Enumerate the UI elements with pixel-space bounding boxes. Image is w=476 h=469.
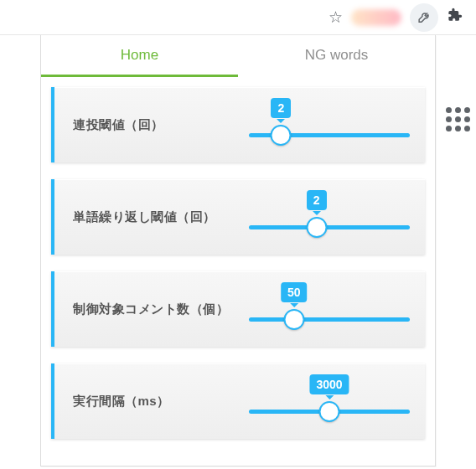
slider[interactable]: 50 bbox=[249, 284, 410, 334]
slider-track bbox=[249, 225, 410, 229]
slider[interactable]: 2 bbox=[249, 192, 410, 242]
star-icon[interactable]: ☆ bbox=[329, 8, 343, 27]
slider-thumb[interactable] bbox=[283, 309, 304, 330]
setting-label: 連投閾値（回） bbox=[73, 117, 249, 133]
puzzle-icon bbox=[447, 8, 463, 23]
profile-chip[interactable] bbox=[351, 9, 401, 26]
tab-bar: Home NG words bbox=[41, 35, 435, 77]
wrench-icon bbox=[417, 10, 432, 24]
setting-panel: 制御対象コメント数（個）50 bbox=[51, 271, 425, 347]
slider[interactable]: 3000 bbox=[249, 376, 410, 426]
slider-track bbox=[249, 317, 410, 322]
slider-thumb[interactable] bbox=[306, 217, 327, 238]
setting-panel: 連投閾値（回）2 bbox=[51, 87, 425, 162]
setting-label: 実行間隔（ms） bbox=[73, 394, 249, 410]
extension-button[interactable] bbox=[410, 3, 438, 32]
slider[interactable]: 2 bbox=[249, 100, 410, 150]
setting-label: 制御対象コメント数（個） bbox=[73, 302, 249, 317]
slider-value-badge: 2 bbox=[271, 98, 291, 118]
setting-panel: 実行間隔（ms）3000 bbox=[51, 363, 425, 439]
browser-toolbar: ☆ bbox=[0, 0, 476, 35]
slider-value-badge: 3000 bbox=[309, 374, 349, 394]
tab-ng-words[interactable]: NG words bbox=[238, 35, 435, 77]
slider-value-badge: 2 bbox=[307, 190, 327, 210]
tab-home[interactable]: Home bbox=[41, 35, 238, 77]
setting-panel: 単語繰り返し閾値（回）2 bbox=[51, 179, 425, 255]
apps-grid-icon[interactable] bbox=[446, 107, 471, 131]
extensions-icon[interactable] bbox=[447, 8, 463, 28]
slider-thumb[interactable] bbox=[319, 401, 340, 422]
extension-popup: Home NG words 連投閾値（回）2単語繰り返し閾値（回）2制御対象コメ… bbox=[40, 35, 436, 466]
setting-label: 単語繰り返し閾値（回） bbox=[73, 209, 249, 225]
slider-thumb[interactable] bbox=[271, 125, 292, 146]
slider-value-badge: 50 bbox=[281, 282, 308, 302]
